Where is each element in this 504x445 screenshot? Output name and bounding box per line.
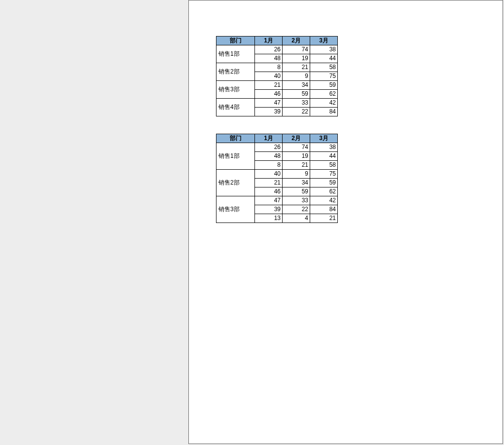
cell: 8 — [255, 63, 283, 72]
header-dept: 部门 — [216, 134, 255, 143]
header-m1: 1月 — [255, 37, 283, 45]
cell: 84 — [310, 108, 338, 116]
cell: 42 — [310, 196, 338, 205]
header-dept: 部门 — [216, 37, 255, 45]
cell: 21 — [255, 81, 283, 90]
cell: 48 — [255, 54, 283, 63]
table-2-container: 部门 1月 2月 3月 销售1部 26 74 38 48 19 44 — [216, 134, 338, 223]
cell: 59 — [283, 187, 310, 196]
cell: 44 — [310, 54, 338, 63]
cell: 19 — [283, 54, 310, 63]
cell: 22 — [283, 205, 310, 214]
header-m2: 2月 — [283, 134, 310, 143]
table-row: 销售4部 47 33 42 — [216, 99, 338, 108]
dept-cell: 销售3部 — [216, 81, 255, 99]
cell: 21 — [283, 161, 310, 170]
cell: 33 — [283, 196, 310, 205]
cell: 84 — [310, 205, 338, 214]
cell: 21 — [255, 179, 283, 187]
table-row: 销售3部 21 34 59 — [216, 81, 338, 90]
cell: 26 — [255, 143, 283, 152]
cell: 39 — [255, 108, 283, 116]
cell: 48 — [255, 152, 283, 161]
cell: 42 — [310, 99, 338, 108]
cell: 58 — [310, 161, 338, 170]
cell: 9 — [283, 170, 310, 179]
header-m3: 3月 — [310, 134, 338, 143]
cell: 38 — [310, 45, 338, 54]
cell: 39 — [255, 205, 283, 214]
dept-cell: 销售4部 — [216, 99, 255, 116]
cell: 46 — [255, 90, 283, 99]
table-2: 部门 1月 2月 3月 销售1部 26 74 38 48 19 44 — [216, 134, 338, 223]
dept-cell: 销售3部 — [216, 196, 255, 223]
cell: 59 — [283, 90, 310, 99]
cell: 62 — [310, 90, 338, 99]
cell: 44 — [310, 152, 338, 161]
cell: 40 — [255, 170, 283, 179]
cell: 46 — [255, 187, 283, 196]
dept-cell: 销售1部 — [216, 143, 255, 170]
cell: 8 — [255, 161, 283, 170]
table-row: 销售2部 40 9 75 — [216, 170, 338, 179]
cell: 38 — [310, 143, 338, 152]
cell: 62 — [310, 187, 338, 196]
cell: 75 — [310, 170, 338, 179]
cell: 4 — [283, 214, 310, 223]
cell: 47 — [255, 99, 283, 108]
table-row: 销售3部 47 33 42 — [216, 196, 338, 205]
cell: 21 — [310, 214, 338, 223]
cell: 59 — [310, 179, 338, 187]
cell: 33 — [283, 99, 310, 108]
cell: 75 — [310, 72, 338, 81]
header-m1: 1月 — [255, 134, 283, 143]
dept-cell: 销售2部 — [216, 170, 255, 196]
document-page: 部门 1月 2月 3月 销售1部 26 74 38 48 19 44 — [188, 0, 503, 444]
cell: 9 — [283, 72, 310, 81]
table-header-row: 部门 1月 2月 3月 — [216, 134, 338, 143]
table-header-row: 部门 1月 2月 3月 — [216, 37, 338, 45]
table-1-container: 部门 1月 2月 3月 销售1部 26 74 38 48 19 44 — [216, 36, 338, 116]
header-m2: 2月 — [283, 37, 310, 45]
cell: 19 — [283, 152, 310, 161]
cell: 21 — [283, 63, 310, 72]
cell: 34 — [283, 81, 310, 90]
cell: 58 — [310, 63, 338, 72]
header-m3: 3月 — [310, 37, 338, 45]
cell: 26 — [255, 45, 283, 54]
cell: 74 — [283, 45, 310, 54]
dept-cell: 销售2部 — [216, 63, 255, 81]
dept-cell: 销售1部 — [216, 45, 255, 63]
table-1: 部门 1月 2月 3月 销售1部 26 74 38 48 19 44 — [216, 36, 338, 116]
cell: 59 — [310, 81, 338, 90]
cell: 13 — [255, 214, 283, 223]
cell: 74 — [283, 143, 310, 152]
cell: 40 — [255, 72, 283, 81]
cell: 47 — [255, 196, 283, 205]
cell: 34 — [283, 179, 310, 187]
table-row: 销售2部 8 21 58 — [216, 63, 338, 72]
table-row: 销售1部 26 74 38 — [216, 143, 338, 152]
table-row: 销售1部 26 74 38 — [216, 45, 338, 54]
cell: 22 — [283, 108, 310, 116]
